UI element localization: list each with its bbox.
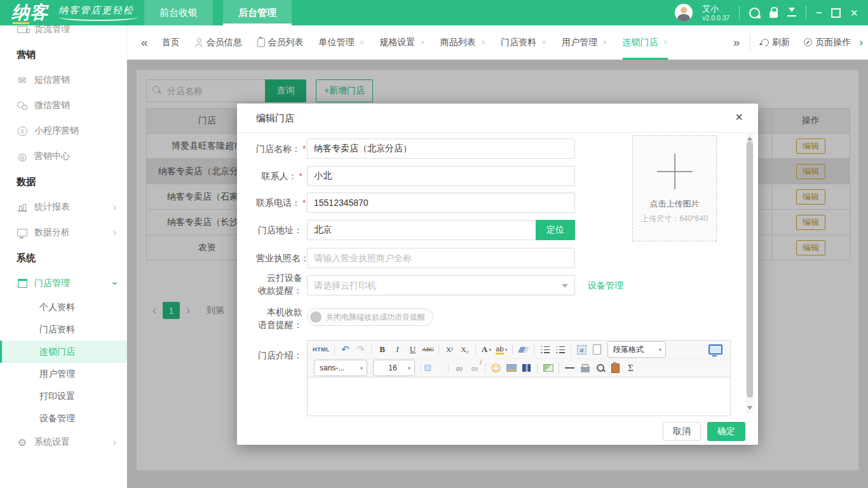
cloud-printer-select[interactable]: 请选择云打印机 — [307, 275, 575, 295]
scrollbar-thumb[interactable] — [747, 141, 753, 398]
paste-button[interactable] — [608, 361, 623, 375]
store-name-input[interactable] — [307, 139, 575, 159]
image-upload-box[interactable]: 点击上传图片 上传尺寸：640*640 — [632, 135, 717, 241]
tab-chain-stores[interactable]: 连锁门店 × — [623, 25, 668, 60]
bullet-list-icon — [556, 346, 565, 353]
window-maximize-button[interactable] — [831, 8, 841, 18]
redo-button[interactable]: ↷ — [353, 342, 368, 356]
phone-input[interactable] — [307, 193, 575, 213]
font-family-select[interactable]: sans-... ▾ — [314, 360, 367, 376]
sidebar-item-wechat-marketing[interactable]: 微信营销 — [0, 93, 126, 118]
sidebar-item-statistics-report[interactable]: 统计报表 › — [0, 194, 126, 220]
anchor-button[interactable]: a — [574, 342, 589, 356]
user-avatar[interactable] — [675, 4, 693, 22]
ordered-list-button[interactable] — [538, 342, 552, 356]
window-minimize-button[interactable]: – — [816, 10, 822, 16]
address-input[interactable] — [307, 220, 575, 240]
bullet-list-button[interactable] — [553, 342, 567, 356]
font-size-select[interactable]: 16 ▾ — [373, 360, 415, 376]
eraser-button[interactable] — [516, 342, 531, 356]
emoticon-button[interactable]: ☺ — [489, 361, 503, 375]
scroll-down-icon[interactable] — [747, 406, 752, 412]
sidebar-item-goods-flow[interactable]: 货流管理 — [0, 25, 126, 42]
topnav-front-cashier[interactable]: 前台收银 — [144, 0, 213, 25]
insert-image-button[interactable] — [504, 361, 519, 375]
strikethrough-button[interactable]: ABC — [421, 342, 435, 356]
tab-close-icon[interactable]: × — [602, 37, 607, 47]
sidebar-item-store-management[interactable]: 门店管理 › — [0, 271, 126, 296]
align-left-button[interactable] — [424, 365, 431, 371]
device-management-link[interactable]: 设备管理 — [588, 275, 623, 295]
modal-close-icon[interactable]: × — [735, 111, 743, 123]
customer-service-icon[interactable] — [749, 8, 760, 18]
sidebar-item-system-settings[interactable]: ⚙ 系统设置 › — [0, 430, 126, 455]
subscript-button[interactable]: X₂ — [458, 342, 472, 356]
italic-button[interactable]: I — [390, 342, 405, 356]
insert-video-button[interactable] — [519, 361, 534, 375]
cancel-button[interactable]: 取消 — [663, 422, 701, 441]
print-button[interactable] — [578, 361, 592, 375]
formula-button[interactable]: Σ — [623, 361, 638, 375]
tab-close-icon[interactable]: × — [481, 37, 486, 47]
paragraph-format-select[interactable]: 段落格式 ▾ — [607, 341, 666, 358]
sidebar-item-chain-stores[interactable]: 连锁门店 — [0, 341, 126, 363]
tabs-collapse-icon[interactable]: « — [141, 36, 148, 50]
highlight-button[interactable]: ab▾ — [494, 342, 509, 356]
image-gallery-button[interactable] — [541, 361, 555, 375]
contact-input[interactable] — [307, 166, 575, 186]
underline-button[interactable]: U — [405, 342, 420, 356]
sidebar-item-marketing-center[interactable]: ◎ 营销中心 — [0, 144, 126, 169]
license-input[interactable] — [307, 248, 575, 268]
superscript-button[interactable]: X² — [442, 342, 457, 356]
locate-button[interactable]: 定位 — [536, 220, 575, 240]
sidebar-item-device-management[interactable]: 设备管理 — [0, 407, 126, 430]
tab-store-profile[interactable]: 门店资料 × — [501, 25, 546, 60]
tab-unit-management[interactable]: 单位管理 × — [319, 25, 365, 60]
more-arrow-icon[interactable]: › — [859, 36, 863, 49]
required-mark: * — [302, 198, 306, 208]
sidebar-item-miniprogram-marketing[interactable]: s 小程序营销 — [0, 118, 126, 144]
font-color-button[interactable]: A▾ — [479, 342, 494, 356]
tab-member-list[interactable]: 会员列表 — [257, 25, 304, 60]
download-icon[interactable] — [787, 9, 796, 17]
tab-close-icon[interactable]: × — [420, 37, 425, 47]
tab-close-icon[interactable]: × — [541, 37, 546, 47]
align-center-button[interactable] — [431, 365, 438, 371]
html-source-button[interactable]: HTML — [311, 342, 331, 356]
sidebar-item-user-management[interactable]: 用户管理 — [0, 363, 126, 385]
tabs-expand-icon[interactable]: » — [733, 36, 740, 50]
refresh-button[interactable]: 刷新 — [761, 37, 790, 48]
field-label-line1: 本机收款 — [256, 306, 302, 318]
sidebar-item-print-settings[interactable]: 打印设置 — [0, 385, 126, 407]
sidebar-item-store-profile[interactable]: 门店资料 — [0, 318, 126, 341]
align-right-button[interactable] — [438, 365, 445, 371]
horizontal-rule-button[interactable] — [562, 361, 577, 375]
tab-close-icon[interactable]: × — [360, 37, 365, 47]
page-ops-button[interactable]: 页面操作 — [804, 37, 851, 48]
sidebar-item-sms-marketing[interactable]: ✉ 短信营销 — [0, 67, 126, 93]
tab-user-management[interactable]: 用户管理 × — [562, 25, 607, 60]
fullscreen-button[interactable] — [707, 342, 726, 356]
bold-button[interactable]: B — [375, 342, 390, 356]
sidebar-item-personal-profile[interactable]: 个人资料 — [0, 296, 126, 318]
voice-reminder-toggle[interactable]: 关闭电脑端收款成功语音提醒 — [307, 308, 433, 326]
tab-spec-settings[interactable]: 规格设置 × — [379, 25, 425, 60]
window-close-button[interactable]: × — [850, 8, 858, 18]
undo-button[interactable]: ↶ — [338, 342, 353, 356]
scroll-up-icon[interactable] — [747, 134, 752, 140]
new-page-button[interactable] — [590, 342, 604, 356]
confirm-button[interactable]: 确定 — [707, 422, 745, 441]
user-info[interactable]: 艾小 v2.0.0.37 — [702, 4, 729, 22]
lock-icon[interactable] — [770, 11, 778, 18]
modal-scrollbar[interactable] — [746, 132, 754, 414]
sidebar-item-data-analysis[interactable]: 数据分析 › — [0, 220, 126, 245]
remove-link-button[interactable]: ∞ — [467, 361, 482, 375]
preview-button[interactable] — [593, 361, 607, 375]
tab-home[interactable]: 首页 — [162, 25, 180, 60]
tab-member-info[interactable]: 会员信息 — [195, 25, 242, 60]
editor-content-area[interactable] — [307, 377, 731, 416]
insert-link-button[interactable]: ∞ — [452, 361, 466, 375]
tab-product-list[interactable]: 商品列表 × — [440, 25, 486, 60]
tab-close-icon[interactable]: × — [663, 37, 668, 47]
topnav-backend-admin[interactable]: 后台管理 — [223, 0, 292, 25]
